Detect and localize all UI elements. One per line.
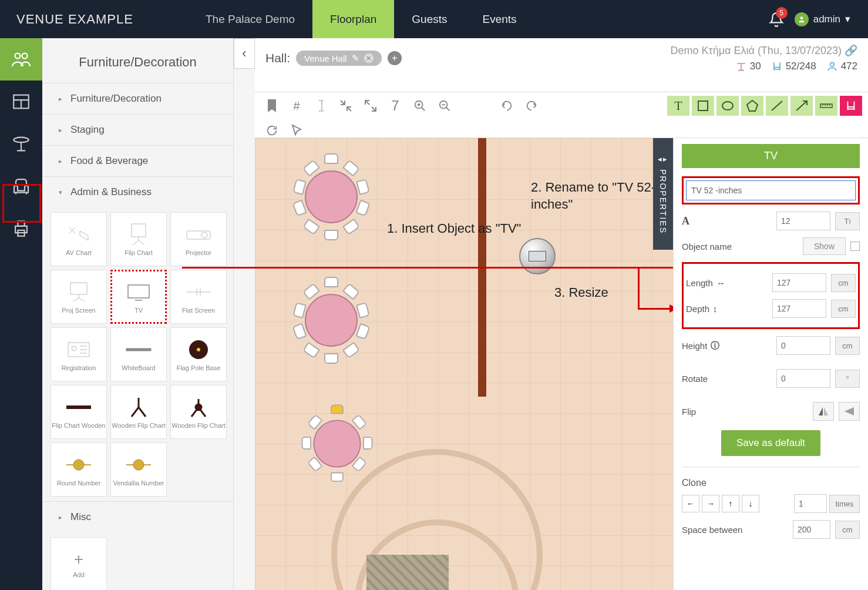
collapse-sidebar-button[interactable]: ‹ xyxy=(234,38,255,69)
clone-times-input[interactable] xyxy=(794,494,827,513)
unit-deg: ° xyxy=(835,370,860,388)
lib-flip-chart[interactable]: Flip Chart xyxy=(110,212,167,266)
lib-registration[interactable]: Registration xyxy=(51,327,107,381)
registration-icon xyxy=(67,341,90,358)
svg-rect-8 xyxy=(132,224,146,237)
lib-flip-wooden[interactable]: Flip Chart Wooden xyxy=(51,385,107,439)
shape-text[interactable]: T xyxy=(667,96,689,116)
tool-bookmark[interactable] xyxy=(261,96,283,116)
notifications-button[interactable]: 5 xyxy=(769,12,784,27)
tv-object[interactable] xyxy=(519,238,556,274)
round-table[interactable] xyxy=(290,279,372,361)
people-icon xyxy=(11,49,32,70)
cat-admin[interactable]: ▾Admin & Business xyxy=(42,176,233,207)
lib-wooden-flip1[interactable]: Wooden Flip Chart xyxy=(110,385,167,439)
show-checkbox[interactable] xyxy=(850,242,860,251)
shape-ellipse[interactable] xyxy=(716,96,739,116)
lib-av-chart[interactable]: AV Chart xyxy=(51,212,107,266)
floorplan-canvas[interactable]: 1. Insert Object as "TV" 2. Rename to "T… xyxy=(255,138,673,590)
space-between-input[interactable] xyxy=(793,520,830,539)
cat-furniture[interactable]: ▸Furniture/Decoration xyxy=(42,83,233,114)
tool-refresh[interactable] xyxy=(261,120,283,140)
link-icon[interactable]: 🔗 xyxy=(845,45,857,56)
rail-guests[interactable] xyxy=(0,38,42,81)
shape-rect[interactable] xyxy=(692,96,714,116)
cat-staging[interactable]: ▸Staging xyxy=(42,114,233,145)
depth-input[interactable] xyxy=(772,299,826,318)
whiteboard-icon xyxy=(125,345,152,354)
tool-grid[interactable]: # xyxy=(285,96,308,116)
lib-wooden-flip2[interactable]: Wooden Flip Chart xyxy=(170,385,227,439)
lib-round-number[interactable]: Round Number xyxy=(51,442,107,497)
shape-polygon[interactable] xyxy=(741,96,763,116)
breadcrumb[interactable]: The Palace Demo xyxy=(188,0,312,38)
flip-vertical-button[interactable] xyxy=(839,402,860,421)
cat-food[interactable]: ▸Food & Beverage xyxy=(42,145,233,176)
chair xyxy=(302,219,320,236)
tab-guests[interactable]: Guests xyxy=(394,0,465,38)
tool-undo[interactable] xyxy=(496,96,518,116)
lib-projector[interactable]: Projector xyxy=(170,212,227,266)
tab-floorplan[interactable]: Floorplan xyxy=(312,0,394,38)
length-input[interactable] xyxy=(772,273,826,292)
lib-add[interactable]: +Add xyxy=(51,537,107,590)
lib-whiteboard[interactable]: WhiteBoard xyxy=(110,327,167,381)
svg-point-4 xyxy=(14,138,29,143)
lib-vendallia[interactable]: Vendallia Number xyxy=(110,442,167,497)
shape-furniture[interactable] xyxy=(840,96,862,116)
object-name-input[interactable] xyxy=(686,180,856,200)
clone-down-button[interactable]: ↓ xyxy=(742,495,759,512)
refresh-icon xyxy=(265,124,278,137)
rail-layout[interactable] xyxy=(0,81,42,123)
flip-horizontal-button[interactable] xyxy=(813,402,834,421)
chair xyxy=(331,472,344,482)
grid-icon: # xyxy=(293,99,300,113)
rail-tables[interactable] xyxy=(0,123,42,165)
length-label: Length ↔ xyxy=(686,278,768,288)
lib-flat-screen[interactable]: Flat Screen xyxy=(170,270,227,324)
font-size-input[interactable] xyxy=(776,212,830,230)
annotation-arrow-1 xyxy=(182,267,716,269)
round-table[interactable] xyxy=(290,156,372,238)
close-icon[interactable]: ✕ xyxy=(364,53,374,63)
add-hall-button[interactable]: + xyxy=(388,51,402,65)
caret-down-icon: ▾ xyxy=(59,189,62,196)
clone-right-button[interactable]: → xyxy=(702,495,719,512)
tool-zoom-in[interactable] xyxy=(409,96,431,116)
tool-text-cursor[interactable] xyxy=(310,96,332,116)
unit-cm: cm xyxy=(835,521,860,539)
clone-left-button[interactable]: ← xyxy=(682,495,699,512)
show-button[interactable]: Show xyxy=(803,237,846,255)
lib-tv[interactable]: TV xyxy=(110,270,167,324)
height-input[interactable] xyxy=(776,336,830,355)
user-menu[interactable]: admin ▾ xyxy=(795,12,850,26)
save-default-button[interactable]: Save as default xyxy=(721,430,820,456)
shape-arrow[interactable] xyxy=(790,96,813,116)
table-top xyxy=(305,294,358,347)
font-label: A xyxy=(682,215,772,227)
library-grid: AV Chart Flip Chart Projector Proj Scree… xyxy=(42,207,233,501)
lib-proj-screen[interactable]: Proj Screen xyxy=(51,270,107,324)
tool-expand[interactable] xyxy=(359,96,382,116)
clone-up-button[interactable]: ↑ xyxy=(722,495,739,512)
tab-events[interactable]: Events xyxy=(465,0,534,38)
text-style-button[interactable]: TI xyxy=(835,212,860,230)
unit-cm: cm xyxy=(835,337,860,355)
properties-tab[interactable]: ◂▸ PROPERTIES xyxy=(653,138,673,250)
shape-line[interactable] xyxy=(766,96,788,116)
lib-flag-pole[interactable]: Flag Pole Base xyxy=(170,327,227,381)
tool-zoom-out[interactable] xyxy=(433,96,456,116)
tool-seven[interactable]: 7 xyxy=(384,96,406,116)
cat-misc[interactable]: ▸Misc xyxy=(42,501,233,532)
shape-ruler[interactable] xyxy=(815,96,837,116)
arrow-icon xyxy=(795,99,809,112)
hall-pill[interactable]: Venue Hall ✎ ✕ xyxy=(296,51,382,66)
tool-redo[interactable] xyxy=(520,96,543,116)
tool-pointer[interactable] xyxy=(285,120,308,140)
tool-collapse[interactable] xyxy=(335,96,357,116)
expand-icon xyxy=(364,99,377,112)
info-icon[interactable]: ⓘ xyxy=(711,340,719,351)
rotate-input[interactable] xyxy=(776,369,830,388)
pencil-icon[interactable]: ✎ xyxy=(352,53,359,63)
round-table[interactable] xyxy=(300,407,374,481)
